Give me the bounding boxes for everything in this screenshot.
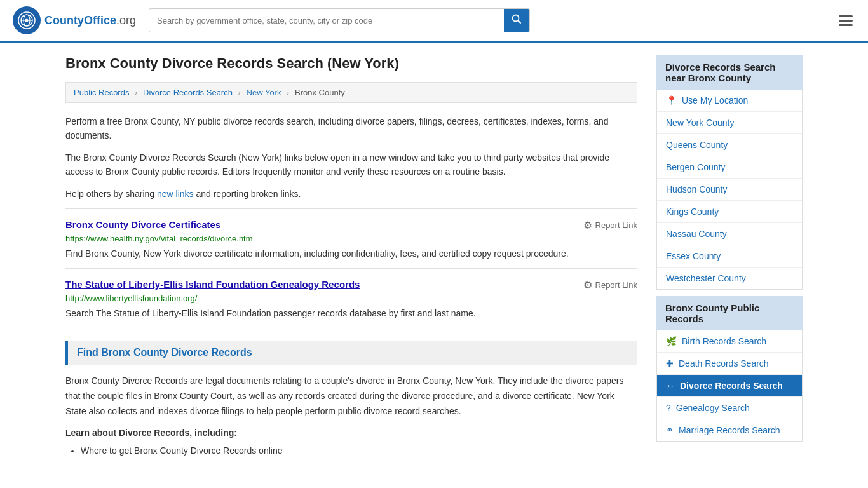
- report-icon-1: ⚙: [583, 219, 592, 231]
- page-title: Bronx County Divorce Records Search (New…: [65, 55, 637, 72]
- record-url-1: https://www.health.ny.gov/vital_records/…: [65, 234, 637, 243]
- report-link-2[interactable]: ⚙ Report Link: [583, 279, 637, 291]
- sidebar: Divorce Records Search near Bronx County…: [656, 55, 803, 459]
- breadcrumb-new-york[interactable]: New York: [247, 88, 281, 97]
- breadcrumb-divorce-records-search[interactable]: Divorce Records Search: [143, 88, 233, 97]
- logo-text: CountyOffice.org: [44, 14, 136, 27]
- sidebar-item-hudson-county[interactable]: Hudson County: [657, 179, 802, 201]
- sidebar-item-genealogy[interactable]: ? Genealogy Search: [657, 397, 802, 419]
- death-icon: ✚: [666, 358, 674, 369]
- report-icon-2: ⚙: [583, 279, 592, 291]
- genealogy-icon: ?: [666, 403, 671, 413]
- page-wrapper: Bronx County Divorce Records Search (New…: [53, 43, 815, 472]
- sidebar-item-essex-county[interactable]: Essex County: [657, 245, 802, 268]
- desc-paragraph-3: Help others by sharing new links and rep…: [65, 187, 637, 201]
- sidebar-item-marriage-records[interactable]: ⚭ Marriage Records Search: [657, 419, 802, 441]
- sidebar-item-new-york-county[interactable]: New York County: [657, 112, 802, 134]
- sidebar-item-nassau-county[interactable]: Nassau County: [657, 223, 802, 245]
- sidebar-nearby-section: Divorce Records Search near Bronx County…: [656, 55, 803, 290]
- logo-icon: [13, 6, 41, 34]
- sidebar-public-records-title: Bronx County Public Records: [656, 296, 803, 330]
- desc-paragraph-1: Perform a free Bronx County, NY public d…: [65, 114, 637, 143]
- breadcrumb: Public Records › Divorce Records Search …: [65, 82, 637, 103]
- sidebar-item-queens-county[interactable]: Queens County: [657, 134, 802, 156]
- search-button[interactable]: [504, 9, 529, 32]
- sidebar-public-records-section: Bronx County Public Records 🌿 Birth Reco…: [656, 296, 803, 442]
- divorce-icon: ↔: [666, 381, 675, 391]
- record-item: Bronx County Divorce Certificates ⚙ Repo…: [65, 208, 637, 268]
- find-section-heading: Find Bronx County Divorce Records: [65, 341, 637, 365]
- sidebar-public-records-list: 🌿 Birth Records Search ✚ Death Records S…: [656, 330, 803, 442]
- new-links-link[interactable]: new links: [157, 189, 194, 199]
- pin-icon: 📍: [666, 95, 677, 105]
- learn-heading: Learn about Divorce Records, including:: [65, 428, 637, 438]
- page-description: Perform a free Bronx County, NY public d…: [65, 114, 637, 201]
- sidebar-item-divorce-records[interactable]: ↔ Divorce Records Search: [657, 375, 802, 397]
- sidebar-item-birth-records[interactable]: 🌿 Birth Records Search: [657, 330, 802, 353]
- about-text: Bronx County Divorce Records are legal d…: [65, 374, 637, 419]
- sidebar-item-bergen-county[interactable]: Bergen County: [657, 156, 802, 179]
- sidebar-item-use-location[interactable]: 📍 Use My Location: [657, 90, 802, 112]
- report-link-1[interactable]: ⚙ Report Link: [583, 219, 637, 231]
- birth-icon: 🌿: [666, 336, 677, 346]
- record-item: The Statue of Liberty-Ellis Island Found…: [65, 268, 637, 328]
- desc-paragraph-2: The Bronx County Divorce Records Search …: [65, 151, 637, 179]
- breadcrumb-public-records[interactable]: Public Records: [74, 88, 129, 97]
- record-url-2: http://www.libertyellisfoundation.org/: [65, 294, 637, 303]
- sidebar-item-westchester-county[interactable]: Westchester County: [657, 268, 802, 289]
- sidebar-item-death-records[interactable]: ✚ Death Records Search: [657, 353, 802, 375]
- search-bar: [149, 8, 530, 32]
- record-desc-1: Find Bronx County, New York divorce cert…: [65, 247, 637, 261]
- breadcrumb-bronx-county: Bronx County: [295, 88, 345, 97]
- record-title-2[interactable]: The Statue of Liberty-Ellis Island Found…: [65, 279, 360, 290]
- record-desc-2: Search The Statue of Liberty-Ellis Islan…: [65, 307, 637, 320]
- site-header: CountyOffice.org: [0, 0, 868, 43]
- svg-point-4: [25, 19, 29, 22]
- svg-line-6: [519, 21, 521, 24]
- search-input[interactable]: [149, 11, 504, 30]
- sidebar-nearby-list: 📍 Use My Location New York County Queens…: [656, 90, 803, 290]
- main-content: Bronx County Divorce Records Search (New…: [65, 55, 637, 459]
- record-title-1[interactable]: Bronx County Divorce Certificates: [65, 219, 220, 230]
- list-item: Where to get Bronx County Divorce Record…: [81, 443, 637, 459]
- site-logo[interactable]: CountyOffice.org: [13, 6, 136, 34]
- sidebar-item-kings-county[interactable]: Kings County: [657, 201, 802, 223]
- sidebar-nearby-title: Divorce Records Search near Bronx County: [656, 55, 803, 90]
- menu-button[interactable]: [836, 13, 855, 29]
- learn-list: Where to get Bronx County Divorce Record…: [65, 443, 637, 459]
- marriage-icon: ⚭: [666, 425, 674, 435]
